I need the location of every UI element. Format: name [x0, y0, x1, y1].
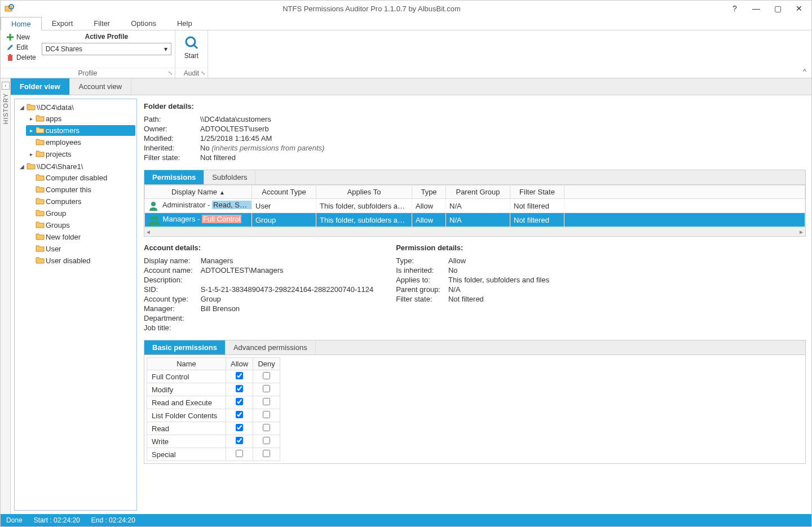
- detail-value: Group: [201, 295, 373, 303]
- menu-item-options[interactable]: Options: [121, 16, 167, 30]
- basic-tab-advanced-permissions[interactable]: Advanced permissions: [226, 340, 316, 355]
- tree-node[interactable]: Computer disabled: [26, 172, 135, 183]
- tree-label: User disabled: [46, 256, 91, 265]
- basic-deny-checkbox[interactable]: [263, 437, 270, 444]
- tree-node[interactable]: ▸ customers: [26, 125, 135, 136]
- perm-col-header[interactable]: Display Name▲: [145, 185, 252, 199]
- basic-allow-checkbox[interactable]: [236, 424, 243, 431]
- basic-deny-checkbox[interactable]: [263, 424, 270, 431]
- detail-key: Filter state:: [396, 295, 440, 303]
- active-profile-value: DC4 Shares: [46, 45, 82, 53]
- basic-allow-checkbox[interactable]: [236, 411, 243, 418]
- basic-deny-checkbox[interactable]: [263, 450, 270, 457]
- profile-group-label: Profile: [78, 69, 97, 77]
- view-tab-account-view[interactable]: Account view: [70, 78, 132, 95]
- basic-deny-checkbox[interactable]: [263, 385, 270, 392]
- tree-label: employees: [46, 138, 81, 147]
- basic-allow-checkbox[interactable]: [236, 437, 243, 444]
- tree-node[interactable]: User: [26, 243, 135, 254]
- folder-icon: [36, 220, 45, 230]
- folder-details-heading: Folder details:: [144, 102, 806, 110]
- app-icon: [4, 3, 14, 14]
- detail-key: Account name:: [144, 266, 193, 274]
- ribbon-collapse-button[interactable]: ^: [798, 30, 811, 78]
- tree-node[interactable]: New folder: [26, 232, 135, 242]
- basic-allow-checkbox[interactable]: [236, 450, 243, 457]
- perm-col-header[interactable]: Type: [412, 185, 446, 199]
- tree-label: Groups: [46, 221, 70, 229]
- detail-key: Display name:: [144, 256, 193, 265]
- chevron-down-icon: ▾: [164, 45, 167, 53]
- perm-col-header[interactable]: Account Type: [252, 185, 316, 199]
- tree-node[interactable]: Computer this: [26, 184, 135, 195]
- edit-profile-button[interactable]: Edit: [4, 43, 38, 52]
- expander-icon[interactable]: ▸: [28, 127, 34, 134]
- tree-node[interactable]: ◢ \\DC4\data\: [17, 102, 135, 113]
- history-expand-icon[interactable]: ›: [2, 82, 10, 90]
- folder-tree[interactable]: ◢ \\DC4\data\▸ apps▸ customers employees…: [14, 99, 137, 511]
- active-profile-select[interactable]: DC4 Shares ▾: [42, 43, 171, 55]
- menu-item-home[interactable]: Home: [1, 17, 42, 30]
- menu-item-help[interactable]: Help: [167, 16, 203, 30]
- tree-node[interactable]: employees: [26, 137, 135, 148]
- basic-allow-checkbox[interactable]: [236, 385, 243, 392]
- close-icon[interactable]: ✕: [790, 2, 808, 15]
- perm-tab-subfolders[interactable]: Subfolders: [204, 170, 255, 184]
- basic-allow-checkbox[interactable]: [236, 398, 243, 405]
- start-audit-button[interactable]: Start: [178, 33, 205, 62]
- detail-value: [201, 276, 373, 284]
- detail-key: Department:: [144, 314, 193, 322]
- basic-deny-checkbox[interactable]: [263, 411, 270, 418]
- tree-label: \\DC4\Share1\: [37, 162, 83, 171]
- expander-icon[interactable]: ▸: [28, 116, 34, 122]
- basic-deny-checkbox[interactable]: [263, 372, 270, 379]
- history-label: HISTORY: [2, 93, 9, 125]
- basic-permissions-tabs: Basic permissionsAdvanced permissions: [144, 340, 806, 355]
- basic-tab-basic-permissions[interactable]: Basic permissions: [144, 340, 226, 355]
- tree-node[interactable]: ◢ \\DC4\Share1\: [17, 161, 135, 172]
- new-profile-button[interactable]: New: [4, 33, 38, 42]
- perm-tab-permissions[interactable]: Permissions: [144, 170, 204, 184]
- basic-deny-checkbox[interactable]: [263, 398, 270, 405]
- tree-label: Computer disabled: [46, 174, 107, 182]
- svg-point-4: [151, 216, 155, 220]
- folder-icon: [36, 126, 45, 135]
- status-start: Start : 02:24:20: [34, 516, 80, 524]
- help-icon[interactable]: ?: [726, 2, 744, 15]
- permissions-table[interactable]: Display Name▲Account TypeApplies ToTypeP…: [144, 184, 806, 237]
- perm-row[interactable]: Managers - Full ControlGroupThis folder,…: [145, 213, 805, 227]
- tree-node[interactable]: Computers: [26, 196, 135, 207]
- perm-col-header[interactable]: Parent Group: [446, 185, 510, 199]
- detail-key: Is inherited:: [396, 266, 440, 274]
- tree-node[interactable]: Groups: [26, 220, 135, 231]
- delete-profile-button[interactable]: Delete: [4, 53, 38, 62]
- expander-icon[interactable]: ◢: [19, 104, 25, 110]
- tree-node[interactable]: User disabled: [26, 255, 135, 266]
- perm-row[interactable]: Administrator - Read, SpecialUserThis fo…: [145, 199, 805, 213]
- tree-label: customers: [46, 126, 80, 135]
- maximize-icon[interactable]: ▢: [769, 2, 787, 15]
- basic-allow-checkbox[interactable]: [236, 372, 243, 379]
- horizontal-scrollbar[interactable]: ◄►: [144, 227, 805, 236]
- expand-icon[interactable]: ⤡: [168, 70, 173, 76]
- minimize-icon[interactable]: —: [747, 2, 765, 15]
- tree-node[interactable]: ▸ projects: [26, 149, 135, 160]
- tree-node[interactable]: ▸ apps: [26, 113, 135, 124]
- permissions-tabs: PermissionsSubfolders: [144, 170, 806, 184]
- expand-icon[interactable]: ⤡: [201, 70, 205, 76]
- app-title: NTFS Permissions Auditor Pro 1.1.0.7 by …: [17, 5, 726, 13]
- perm-col-header[interactable]: Applies To: [316, 185, 412, 199]
- menu-item-filter[interactable]: Filter: [83, 16, 121, 30]
- svg-point-5: [155, 216, 158, 220]
- expander-icon[interactable]: ▸: [28, 151, 34, 157]
- menu-item-export[interactable]: Export: [42, 16, 84, 30]
- detail-panel: Folder details: Path:\\DC4\data\customer…: [142, 99, 808, 511]
- basic-row: List Folder Contents: [147, 409, 280, 422]
- tree-node[interactable]: Group: [26, 208, 135, 219]
- expander-icon[interactable]: ◢: [19, 163, 25, 170]
- detail-value: [201, 314, 373, 322]
- basic-col-header: Deny: [253, 358, 280, 370]
- edit-label: Edit: [16, 43, 28, 51]
- perm-col-header[interactable]: Filter State: [510, 185, 564, 199]
- view-tab-folder-view[interactable]: Folder view: [11, 78, 70, 95]
